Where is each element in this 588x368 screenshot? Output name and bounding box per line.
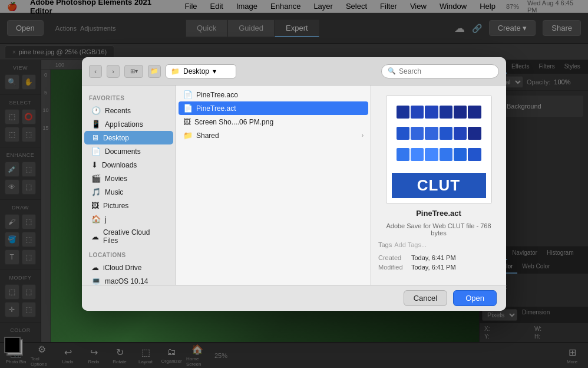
file-label-screenshot: Screen Sho....06 PM.png [194,118,273,126]
sidebar-item-macos[interactable]: 💻 macOS 10.14 [84,274,173,285]
file-label-aco: PineTree.aco [196,91,238,99]
clut-cell [397,106,409,119]
recents-label: Recents [105,107,131,115]
favorites-title: Favorites [82,90,176,104]
sidebar-item-music[interactable]: 🎵 Music [84,185,173,199]
recents-icon: 🕐 [91,106,101,115]
downloads-icon: ⬇ [91,160,98,169]
sidebar-item-icloud[interactable]: ☁ iCloud Drive [84,261,173,274]
dialog-footer: Cancel Open [82,285,506,311]
file-item-pinetree-act[interactable]: 📄 PineTree.act [179,101,368,115]
location-label: Desktop [183,67,209,75]
sidebar-item-downloads[interactable]: ⬇ Downloads [84,158,173,172]
clut-cell [440,106,452,119]
file-label-act: PineTree.act [196,104,236,113]
created-label: Created [378,254,408,261]
music-icon: 🎵 [91,188,101,196]
preview-image: CLUT [386,95,492,204]
clut-cell [411,127,424,140]
dialog-body: Favorites 🕐 Recents 📱 Applications 🖥 Des… [82,86,506,285]
created-value: Today, 6:41 PM [411,254,456,261]
clut-cell [454,148,467,161]
cancel-button[interactable]: Cancel [404,290,447,306]
clut-cell [425,106,438,119]
creative-cloud-label: Creative Cloud Files [103,228,166,245]
desktop-icon: 🖥 [91,133,99,142]
creative-cloud-icon: ☁ [91,232,99,241]
view-toggle[interactable]: ⊞▾ [124,65,143,78]
clut-label: CLUT [392,173,486,198]
clut-cell [468,106,481,119]
applications-label: Applications [105,120,143,129]
file-label-shared: Shared [196,132,219,140]
file-icon-screenshot: 🖼 [183,117,191,126]
documents-icon: 📄 [91,147,101,156]
sidebar-item-home[interactable]: 🏠 j [84,212,173,226]
clut-cell [397,148,409,161]
clut-cell [411,148,424,161]
clut-cell [397,127,409,140]
clut-cell [411,106,424,119]
sidebar-item-desktop[interactable]: 🖥 Desktop [84,131,173,144]
sidebar-item-documents[interactable]: 📄 Documents [84,144,173,158]
file-icon-act: 📄 [183,104,193,113]
applications-icon: 📱 [91,120,101,129]
location-dropdown[interactable]: 📁 Desktop ▾ [166,64,236,78]
music-label: Music [105,188,123,196]
modified-label: Modified [378,264,408,271]
modified-value: Today, 6:41 PM [411,264,456,271]
pictures-icon: 🖼 [91,201,99,210]
downloads-label: Downloads [102,161,137,169]
tags-label: Tags [378,241,392,248]
desktop-label: Desktop [103,134,129,142]
search-input[interactable] [399,67,493,75]
sidebar-item-movies[interactable]: 🎬 Movies [84,172,173,185]
home-label: j [105,215,107,224]
clut-cell [425,127,438,140]
clut-cell [425,148,438,161]
folder-arrow-icon: › [362,132,364,139]
movies-label: Movies [105,175,127,183]
macos-label: macOS 10.14 [105,277,148,285]
dialog-sidebar: Favorites 🕐 Recents 📱 Applications 🖥 Des… [82,86,176,285]
created-row: Created Today, 6:41 PM [378,253,499,262]
sidebar-item-pictures[interactable]: 🖼 Pictures [84,199,173,212]
clut-preview: CLUT [392,101,486,198]
locations-title: Locations [82,247,176,261]
search-box[interactable]: 🔍 [381,64,499,78]
preview-filename: PineTree.act [416,209,461,218]
file-icon-shared: 📁 [183,131,193,140]
documents-label: Documents [105,147,141,156]
file-icon-aco: 📄 [183,90,193,99]
sidebar-item-creative-cloud[interactable]: ☁ Creative Cloud Files [84,226,173,247]
clut-cell [440,127,452,140]
new-folder-button[interactable]: 📁 [148,65,161,78]
file-dialog: ‹ › ⊞▾ 📁 📁 Desktop ▾ 🔍 Favorites 🕐 Recen [82,57,506,311]
home-icon: 🏠 [91,215,101,224]
file-item-shared[interactable]: 📁 Shared › [179,129,368,142]
tags-row: Tags Add Tags... [378,241,499,248]
movies-icon: 🎬 [91,174,101,183]
dropdown-arrow: ▾ [213,67,216,75]
file-list: 📄 PineTree.aco 📄 PineTree.act 🖼 Screen S… [176,86,371,285]
preview-meta: Created Today, 6:41 PM Modified Today, 6… [378,253,499,272]
back-button[interactable]: ‹ [89,65,102,78]
clut-grid [392,101,486,173]
modified-row: Modified Today, 6:41 PM [378,262,499,272]
preview-filetype: Adobe Save for Web CLUT file - 768 bytes [378,222,499,236]
clut-cell [454,106,467,119]
sidebar-item-applications[interactable]: 📱 Applications [84,117,173,131]
sidebar-item-recents[interactable]: 🕐 Recents [84,104,173,117]
tags-input[interactable]: Add Tags... [394,241,427,248]
forward-button[interactable]: › [107,65,120,78]
dialog-header: ‹ › ⊞▾ 📁 📁 Desktop ▾ 🔍 [82,57,506,86]
clut-cell [468,127,481,140]
open-dialog-button[interactable]: Open [453,290,497,306]
preview-pane: CLUT PineTree.act Adobe Save for Web CLU… [371,86,506,285]
file-item-pinettree-aco[interactable]: 📄 PineTree.aco [179,88,368,101]
folder-icon: 📁 [171,67,180,75]
file-item-screenshot[interactable]: 🖼 Screen Sho....06 PM.png [179,115,368,129]
clut-cell [440,148,452,161]
search-icon: 🔍 [388,67,396,75]
dialog-overlay: ‹ › ⊞▾ 📁 📁 Desktop ▾ 🔍 Favorites 🕐 Recen [0,0,588,368]
